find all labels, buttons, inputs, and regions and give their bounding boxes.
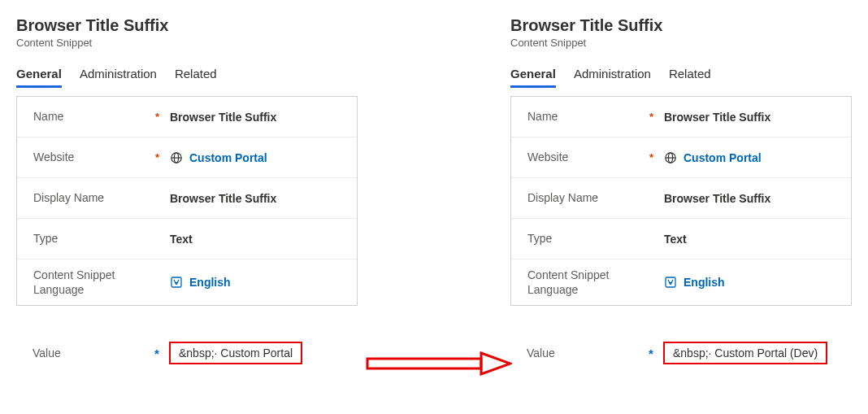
language-icon (170, 276, 183, 289)
panel-after: Browser Title Suffix Content Snippet Gen… (510, 16, 852, 364)
field-label: Website (33, 150, 155, 164)
field-label: Content Snippet Language (527, 268, 649, 297)
field-display-name[interactable]: Display Name Browser Title Suffix (511, 178, 851, 219)
language-icon (664, 276, 677, 289)
lookup-text: English (684, 276, 725, 289)
field-value-row[interactable]: Value * &nbsp;· Custom Portal (Dev) (510, 327, 852, 364)
field-label: Name (33, 109, 155, 124)
field-display-name[interactable]: Display Name Browser Title Suffix (17, 178, 357, 219)
field-name[interactable]: Name * Browser Title Suffix (511, 97, 851, 137)
value-highlight: &nbsp;· Custom Portal (Dev) (663, 342, 827, 364)
field-value: Browser Title Suffix (664, 111, 835, 124)
lookup-text: Custom Portal (189, 151, 267, 164)
arrow-annotation (366, 351, 512, 376)
page-title: Browser Title Suffix (510, 16, 852, 35)
lookup-text: Custom Portal (684, 151, 762, 164)
globe-icon (664, 151, 677, 164)
field-label: Website (527, 150, 649, 164)
field-label: Type (33, 231, 155, 246)
field-label: Value (33, 346, 154, 360)
value-highlight: &nbsp;· Custom Portal (169, 342, 302, 364)
field-value: &nbsp;· Custom Portal (Dev) (673, 346, 818, 360)
tab-related[interactable]: Related (669, 63, 711, 88)
field-value-row[interactable]: Value * &nbsp;· Custom Portal (16, 327, 358, 364)
required-mark: * (155, 151, 170, 163)
tab-administration[interactable]: Administration (80, 63, 157, 88)
tabs: General Administration Related (510, 63, 852, 88)
field-name[interactable]: Name * Browser Title Suffix (17, 97, 357, 137)
field-label: Display Name (33, 190, 155, 205)
field-value: Text (664, 233, 835, 246)
tab-administration[interactable]: Administration (574, 63, 651, 88)
field-type[interactable]: Type Text (17, 219, 357, 259)
lookup-value[interactable]: English (170, 276, 341, 289)
form-general: Name * Browser Title Suffix Website * Cu… (510, 96, 852, 306)
field-label: Content Snippet Language (33, 268, 155, 297)
lookup-value[interactable]: English (664, 276, 835, 289)
tab-general[interactable]: General (16, 63, 62, 88)
field-website[interactable]: Website * Custom Portal (17, 137, 357, 178)
tab-related[interactable]: Related (175, 63, 217, 88)
field-label: Display Name (527, 190, 649, 205)
tabs: General Administration Related (16, 63, 358, 88)
field-value: Browser Title Suffix (170, 111, 341, 124)
required-mark: * (649, 346, 663, 360)
required-mark: * (154, 346, 169, 360)
lookup-text: English (189, 276, 231, 289)
field-value: Browser Title Suffix (170, 192, 341, 205)
tab-general[interactable]: General (510, 63, 556, 88)
required-mark: * (649, 151, 664, 163)
svg-marker-9 (481, 353, 510, 374)
field-language[interactable]: Content Snippet Language English (17, 259, 357, 305)
field-label: Value (527, 346, 649, 360)
field-language[interactable]: Content Snippet Language English (511, 259, 851, 305)
field-value: Browser Title Suffix (664, 192, 835, 205)
lookup-value[interactable]: Custom Portal (170, 151, 341, 164)
form-general: Name * Browser Title Suffix Website * Cu… (16, 96, 358, 306)
entity-type-label: Content Snippet (16, 37, 358, 49)
page-title: Browser Title Suffix (16, 16, 358, 35)
entity-type-label: Content Snippet (510, 37, 852, 49)
lookup-value[interactable]: Custom Portal (664, 151, 835, 164)
required-mark: * (649, 111, 664, 123)
field-website[interactable]: Website * Custom Portal (511, 137, 851, 178)
field-type[interactable]: Type Text (511, 219, 851, 259)
panel-before: Browser Title Suffix Content Snippet Gen… (16, 16, 358, 364)
field-value: Text (170, 233, 341, 246)
globe-icon (170, 151, 183, 164)
field-label: Name (527, 109, 649, 124)
svg-rect-8 (367, 359, 481, 368)
required-mark: * (155, 111, 170, 123)
field-label: Type (527, 231, 649, 246)
field-value: &nbsp;· Custom Portal (179, 346, 293, 360)
